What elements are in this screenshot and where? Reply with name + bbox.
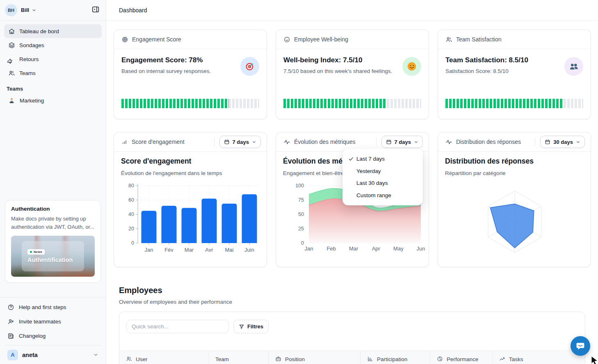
activity-icon — [445, 139, 452, 146]
chevron-down-icon — [32, 8, 37, 13]
chart-title: Score d'engagement — [121, 157, 191, 166]
pie-chart-icon — [437, 356, 443, 362]
svg-text:May: May — [393, 246, 404, 252]
chart-subtitle: Évolution de l'engagement dans le temps — [121, 170, 222, 176]
menu-item-custom-range[interactable]: Custom range — [342, 189, 423, 202]
help-link[interactable]: Help and first steps — [4, 300, 102, 314]
users-icon — [8, 70, 15, 77]
user-name[interactable]: Bill — [21, 7, 29, 13]
svg-text:Jan: Jan — [305, 246, 313, 252]
chevron-down-icon — [414, 140, 418, 144]
column-header-user[interactable]: User — [119, 351, 209, 364]
svg-text:Mar: Mar — [349, 246, 358, 252]
employees-title: Employees — [119, 286, 162, 295]
promo-image[interactable]: News Authentification — [11, 236, 95, 277]
calendar-icon — [386, 139, 392, 145]
people-emoji-badge — [564, 57, 583, 76]
mouse-cursor — [591, 356, 598, 364]
column-header-team[interactable]: Team — [209, 351, 269, 364]
changelog-link[interactable]: Changelog — [4, 329, 102, 343]
sidebar: BH Bill Tableau de bord — [0, 0, 106, 364]
page-title: Dashboard — [119, 7, 147, 14]
sidebar-user-row: BH Bill — [0, 0, 106, 20]
kpi-progress — [445, 99, 583, 108]
team-label: Marketing — [20, 98, 44, 104]
column-header-position[interactable]: Position — [269, 351, 361, 364]
range-label: 7 days — [233, 139, 249, 145]
employees-subtitle: Overview of employees and their performa… — [119, 299, 232, 305]
search-input[interactable] — [126, 320, 229, 333]
news-dot-icon — [30, 251, 32, 253]
activity-icon — [283, 139, 290, 146]
chart-title: Distribution des réponses — [445, 157, 534, 166]
app-screen: BH Bill Tableau de bord — [0, 0, 598, 364]
check-icon — [348, 156, 356, 162]
user-plus-icon — [7, 318, 14, 325]
funnel-icon — [239, 324, 244, 330]
column-header-tasks[interactable]: Tasks — [493, 351, 585, 364]
divider — [535, 137, 535, 146]
svg-text:25: 25 — [298, 226, 304, 232]
chart-header-label: Distribution des réponses — [456, 139, 521, 145]
kpi-subtitle: Based on internal survey responses. — [121, 68, 211, 74]
kpi-card-satisfaction: Team Satisfaction Team Satisfaction: 8.5… — [438, 30, 591, 119]
menu-item-last-30-days[interactable]: Last 30 days — [342, 177, 423, 189]
menu-item-last-7-days[interactable]: Last 7 days — [342, 153, 423, 165]
svg-text:Apr: Apr — [372, 246, 381, 252]
kpi-card-wellbeing: Employee Well-being Well-being Index: 7.… — [276, 30, 429, 119]
promo-image-caption: Authentification — [27, 257, 73, 263]
footer-link-label: Changelog — [19, 333, 46, 339]
sidebar-item-label: Tableau de bord — [19, 28, 59, 34]
footer-link-label: Help and first steps — [19, 304, 66, 310]
chart-subtitle: Engagement et bien-être — [283, 170, 344, 176]
svg-text:Feb: Feb — [326, 246, 336, 252]
range-dropdown-menu: Last 7 days Yesterday Last 30 days Custo… — [342, 149, 423, 205]
chat-icon — [575, 341, 586, 351]
svg-text:75: 75 — [298, 197, 304, 203]
svg-text:40: 40 — [128, 212, 134, 217]
kpi-progress — [121, 99, 259, 108]
range-select-button[interactable]: 7 days — [219, 136, 261, 148]
divider — [376, 137, 377, 146]
sidebar-item-marketing[interactable]: Marketing — [4, 93, 102, 107]
range-select-button[interactable]: 30 days — [540, 136, 585, 148]
filters-button[interactable]: Filtres — [233, 320, 269, 333]
engagement-bar-chart: 020406080JanFévMarAvrMaiJuin — [114, 132, 267, 268]
column-header-participation[interactable]: Participation — [361, 351, 430, 364]
chat-launcher-button[interactable] — [571, 336, 590, 356]
invite-teammates-link[interactable]: Invite teammates — [4, 314, 102, 329]
kpi-subtitle: 7.5/10 based on this week's shared feeli… — [283, 68, 392, 74]
svg-text:60: 60 — [128, 197, 134, 203]
footer-link-label: Invite teammates — [19, 318, 61, 325]
sidebar-collapse-button[interactable] — [90, 5, 101, 16]
chart-card-response-distribution: Distribution des réponses 30 days Distri… — [438, 132, 591, 267]
column-header-performance[interactable]: Performance — [430, 351, 493, 364]
smile-emoji-badge — [402, 57, 421, 76]
user-avatar[interactable]: BH — [5, 4, 17, 16]
sidebar-item-retours[interactable]: Retours — [4, 52, 102, 66]
teams-section-label: Teams — [7, 86, 106, 92]
authentication-promo-card[interactable]: Authentication Make docs private by sett… — [5, 200, 101, 283]
svg-text:100: 100 — [295, 183, 304, 189]
top-bar: Dashboard — [106, 0, 598, 20]
sidebar-item-sondages[interactable]: Sondages — [4, 38, 102, 52]
promo-description: Make docs private by setting up authenti… — [11, 215, 95, 231]
range-select-button[interactable]: 7 days — [381, 136, 423, 148]
table-header-row: User Team Position Participation — [119, 350, 585, 364]
users-icon — [445, 36, 452, 43]
sidebar-item-tableau-de-bord[interactable]: Tableau de bord — [4, 24, 102, 38]
svg-text:0: 0 — [131, 240, 134, 246]
sidebar-item-label: Sondages — [19, 42, 44, 48]
filters-label: Filtres — [247, 323, 263, 330]
menu-item-yesterday[interactable]: Yesterday — [342, 165, 423, 177]
svg-text:Juin: Juin — [244, 247, 254, 253]
chevron-down-icon — [576, 140, 580, 144]
home-icon — [8, 28, 15, 35]
chart-subtitle: Répartition par catégorie — [445, 170, 506, 176]
calendar-icon — [224, 139, 230, 145]
help-circle-icon — [7, 304, 14, 311]
chart-card-engagement-score: Score d'engagement 7 days Score d'engage… — [114, 132, 267, 267]
sidebar-item-teams[interactable]: Teams — [4, 66, 102, 80]
svg-text:Mar: Mar — [185, 247, 194, 253]
workspace-switcher[interactable]: A aneta — [4, 345, 102, 364]
